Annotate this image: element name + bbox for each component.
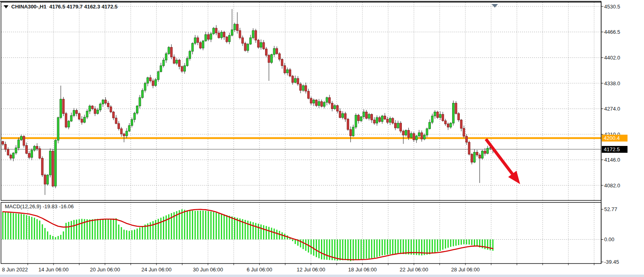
candle-body: [442, 114, 444, 121]
macd-histogram-bar: [348, 240, 349, 261]
macd-histogram-bar: [392, 240, 393, 254]
candle-body: [360, 117, 362, 121]
candle-body: [189, 51, 191, 59]
candle-body: [68, 121, 70, 127]
time-axis-label: 18 Jul 06:00: [340, 267, 385, 273]
candle-body: [376, 117, 378, 123]
macd-histogram-bar: [263, 225, 264, 239]
macd-histogram-bar: [26, 215, 27, 239]
candle-body: [300, 84, 302, 90]
macd-axis-label: -39.45: [604, 259, 619, 265]
candle-body: [418, 133, 420, 136]
candle-body: [395, 123, 397, 128]
candle-body: [310, 98, 312, 103]
candle-body: [205, 35, 207, 41]
macd-histogram-bar: [255, 223, 256, 240]
candle-body: [468, 142, 470, 154]
time-axis-label: 28 Jul 06:00: [443, 267, 488, 273]
macd-histogram-bar: [250, 222, 251, 240]
macd-histogram-bar: [316, 240, 317, 257]
candle-body: [405, 130, 407, 135]
macd-histogram-bar: [29, 216, 30, 239]
candle-body: [400, 123, 402, 131]
candle-body: [155, 80, 157, 86]
macd-histogram-bar: [350, 240, 351, 261]
price-axis-label: 4530.5: [604, 4, 620, 10]
candle-body: [471, 154, 473, 162]
chart-shift-marker-icon[interactable]: [492, 4, 498, 8]
candle-body: [152, 81, 154, 86]
candle-body: [421, 133, 423, 139]
macd-histogram-bar: [253, 222, 254, 240]
candle-body: [484, 151, 486, 154]
macd-histogram-bar: [300, 240, 301, 248]
candle-body: [453, 103, 455, 123]
candle-body: [416, 136, 418, 140]
macd-histogram-bar: [155, 220, 156, 239]
macd-histogram-bar: [97, 219, 98, 239]
macd-histogram-bar: [326, 240, 327, 260]
macd-histogram-bar: [339, 240, 341, 261]
symbol-timeframe-label: CHINA300-,H1: [11, 4, 46, 10]
candle-body: [47, 175, 49, 184]
candle-body: [10, 155, 12, 158]
candle-body: [171, 47, 173, 57]
candle-body: [26, 146, 28, 154]
macd-histogram-bar: [18, 214, 19, 240]
candle-body: [107, 103, 109, 107]
candle-body: [284, 66, 286, 73]
candle-body: [410, 133, 412, 137]
candle-body: [86, 111, 88, 117]
candle-body: [7, 150, 9, 155]
candle-body: [292, 76, 294, 82]
chart-canvas[interactable]: [0, 0, 644, 277]
candle-body: [289, 70, 291, 76]
macd-histogram-bar: [397, 240, 399, 254]
macd-histogram-bar: [403, 240, 404, 254]
candle-body: [326, 98, 328, 103]
candle-body: [20, 136, 22, 140]
candle-body: [36, 146, 38, 149]
macd-histogram-bar: [86, 219, 88, 239]
macd-histogram-bar: [395, 240, 396, 254]
macd-histogram-bar: [384, 240, 385, 255]
chart-window: CHINA300-,H1 4176.5 4179.7 4162.3 4172.5…: [0, 0, 644, 277]
macd-histogram-bar: [192, 211, 193, 240]
candle-body: [168, 47, 170, 54]
macd-histogram-bar: [379, 240, 380, 256]
macd-histogram-bar: [2, 212, 4, 239]
candle-body: [473, 152, 475, 162]
macd-histogram-bar: [160, 217, 162, 239]
candle-body: [84, 117, 86, 122]
macd-histogram-bar: [487, 240, 488, 250]
macd-histogram-bar: [100, 219, 101, 240]
chart-title: CHINA300-,H1 4176.5 4179.7 4162.3 4172.5: [4, 4, 117, 10]
candle-body: [234, 24, 236, 30]
macd-histogram-bar: [229, 216, 230, 240]
macd-histogram-bar: [432, 240, 433, 254]
macd-histogram-bar: [342, 240, 343, 261]
macd-panel-border: [1, 203, 601, 264]
macd-histogram-bar: [197, 211, 198, 239]
macd-histogram-bar: [450, 240, 451, 247]
macd-histogram-bar: [463, 240, 465, 244]
candle-body: [223, 32, 225, 37]
candle-body: [387, 119, 389, 122]
macd-histogram-bar: [274, 228, 275, 239]
macd-histogram-bar: [68, 222, 69, 240]
macd-histogram-bar: [437, 240, 438, 252]
symbol-dropdown-icon[interactable]: [4, 5, 8, 8]
macd-histogram-bar: [440, 240, 441, 251]
macd-histogram-bar: [405, 240, 407, 254]
macd-histogram-bar: [445, 240, 446, 249]
candle-body: [220, 32, 222, 38]
candle-body: [434, 112, 436, 116]
macd-histogram-bar: [260, 224, 261, 239]
trend-arrow-shaft[interactable]: [486, 139, 513, 175]
candle-body: [381, 116, 383, 121]
candle-body: [97, 110, 99, 113]
macd-histogram-bar: [34, 217, 35, 239]
candle-body: [371, 114, 373, 120]
candle-body: [15, 148, 17, 153]
candle-body: [315, 100, 317, 106]
